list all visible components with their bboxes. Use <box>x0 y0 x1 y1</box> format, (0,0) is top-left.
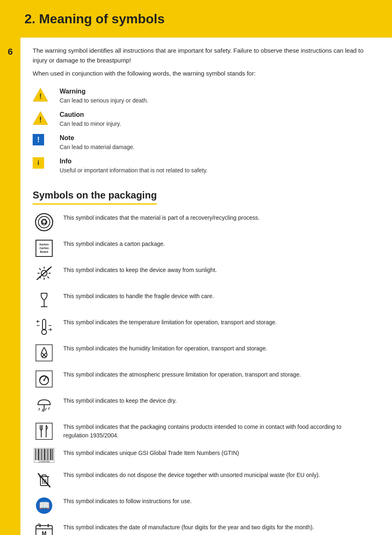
pkg-row-manufacture-date: M This symbol indicates the date of manu… <box>33 522 368 535</box>
svg-rect-52 <box>35 449 36 460</box>
svg-rect-63 <box>52 449 53 460</box>
gtin-icon: 1234567890 <box>33 448 55 463</box>
svg-rect-47 <box>36 423 52 439</box>
manufacture-date-icon: M <box>33 522 55 535</box>
pkg-row-carton: Karton Carton Board This symbol indicate… <box>33 238 368 258</box>
recycling-icon: ♻ <box>33 213 55 232</box>
carton-icon: Karton Carton Board <box>33 239 55 258</box>
pkg-text-temperature: This symbol indicates the temperature li… <box>63 317 277 327</box>
caution-desc: Can lead to minor injury. <box>60 120 121 128</box>
pkg-text-no-dispose: This symbol indicates do not dispose the… <box>63 469 320 479</box>
pkg-text-manufacture-date: This symbol indicates the date of manufa… <box>63 522 314 532</box>
pkg-text-fragile: This symbol indicates to handle the frag… <box>63 290 214 301</box>
pkg-text-pressure: This symbol indicates the atmospheric pr… <box>63 369 301 379</box>
svg-line-43 <box>39 408 40 410</box>
svg-rect-24 <box>42 319 46 330</box>
svg-line-46 <box>49 407 49 410</box>
pkg-text-gtin: This symbol indicates unique GSI Global … <box>63 447 239 457</box>
svg-rect-60 <box>47 449 48 460</box>
svg-line-17 <box>39 268 41 270</box>
follow-instructions-pkg-icon: 📖 <box>33 496 55 515</box>
pkg-row-food-contact: This symbol indicates that the packaging… <box>33 421 368 441</box>
svg-rect-58 <box>44 449 45 460</box>
pkg-text-food-contact: This symbol indicates that the packaging… <box>63 421 357 440</box>
main-content: The warning symbol identifies all instru… <box>20 38 392 535</box>
svg-rect-54 <box>38 449 39 460</box>
note-desc: Can lead to material damage. <box>60 143 135 152</box>
pkg-row-pressure: This symbol indicates the atmospheric pr… <box>33 369 368 388</box>
warning-title: Warning <box>60 87 148 96</box>
caution-title: Caution <box>60 110 121 120</box>
header-bar: 2. Meaning of symbols <box>0 0 392 38</box>
keep-dry-icon <box>33 396 55 415</box>
warning-desc: Can lead to serious injury or death. <box>60 96 148 105</box>
svg-rect-55 <box>40 449 40 460</box>
content-area: 6 The warning symbol identifies all inst… <box>0 38 392 535</box>
pkg-row-fragile: This symbol indicates to handle the frag… <box>33 290 368 310</box>
food-contact-icon <box>33 422 55 441</box>
svg-rect-61 <box>49 449 49 460</box>
svg-line-45 <box>45 408 46 410</box>
intro-text-2: When used in conjunction with the follow… <box>33 69 368 78</box>
sunlight-icon <box>33 265 55 284</box>
info-row: i Info Useful or important information t… <box>33 156 368 175</box>
temperature-icon <box>33 317 55 336</box>
note-text-block: Note Can lead to material damage. <box>60 133 135 152</box>
svg-rect-56 <box>41 449 42 460</box>
pkg-row-no-dispose: This symbol indicates do not dispose the… <box>33 469 368 489</box>
pkg-row-humidity: This symbol indicates the humidity limit… <box>33 343 368 362</box>
info-icon: i <box>33 157 52 169</box>
svg-rect-59 <box>46 449 47 460</box>
pkg-text-keep-dry: This symbol indicates to keep the device… <box>63 395 177 405</box>
svg-line-44 <box>42 409 43 411</box>
note-row: ! Note Can lead to material damage. <box>33 133 368 152</box>
pkg-row-follow-instructions: 📖 This symbol indicates to follow instru… <box>33 495 368 515</box>
svg-line-73 <box>38 473 50 487</box>
page: 2. Meaning of symbols 6 The warning symb… <box>0 0 392 535</box>
svg-rect-57 <box>43 449 43 460</box>
info-title: Info <box>60 156 207 166</box>
packaging-section-heading: Symbols on the packaging <box>33 188 157 205</box>
pkg-row-recycling: ♻ This symbol indicates that the materia… <box>33 212 368 232</box>
info-desc: Useful or important information that is … <box>60 166 207 175</box>
pkg-row-keep-dry: This symbol indicates to keep the device… <box>33 395 368 415</box>
info-text-block: Info Useful or important information tha… <box>60 156 207 175</box>
intro-text-1: The warning symbol identifies all instru… <box>33 46 368 65</box>
no-dispose-icon <box>33 470 55 489</box>
warning-text-block: Warning Can lead to serious injury or de… <box>60 87 148 105</box>
page-title: 2. Meaning of symbols <box>24 9 368 29</box>
svg-text:M: M <box>42 530 47 535</box>
page-number: 6 <box>0 38 20 535</box>
pkg-row-gtin: 1234567890 This symbol indicates unique … <box>33 447 368 463</box>
note-blue-square: ! <box>33 134 44 145</box>
svg-rect-62 <box>50 449 51 460</box>
pkg-row-temperature: This symbol indicates the temperature li… <box>33 317 368 336</box>
svg-text:1234567890: 1234567890 <box>38 460 50 463</box>
svg-text:!: ! <box>39 92 42 100</box>
pkg-text-sunlight: This symbol indicates to keep the device… <box>63 264 217 274</box>
svg-text:📖: 📖 <box>38 500 50 511</box>
svg-text:Carton: Carton <box>39 247 49 250</box>
warning-icon: ! <box>33 87 52 105</box>
svg-line-18 <box>47 276 49 278</box>
pkg-row-sunlight: This symbol indicates to keep the device… <box>33 264 368 284</box>
pressure-icon <box>33 370 55 388</box>
caution-row: ! Caution Can lead to minor injury. <box>33 110 368 128</box>
caution-icon: ! <box>33 111 52 128</box>
svg-rect-53 <box>37 449 37 460</box>
pkg-text-carton: This symbol indicates a carton package. <box>63 238 165 248</box>
fragile-icon <box>33 291 55 310</box>
svg-point-41 <box>43 379 45 381</box>
info-yellow-square: i <box>33 157 44 169</box>
humidity-icon <box>33 343 55 362</box>
svg-text:Karton: Karton <box>39 243 49 246</box>
pkg-text-humidity: This symbol indicates the humidity limit… <box>63 343 267 353</box>
svg-text:Board: Board <box>40 250 48 253</box>
svg-text:♻: ♻ <box>40 217 48 226</box>
caution-text-block: Caution Can lead to minor injury. <box>60 110 121 128</box>
warning-row: ! Warning Can lead to serious injury or … <box>33 87 368 105</box>
note-icon: ! <box>33 134 52 145</box>
pkg-text-recycling: This symbol indicates that the material … <box>63 212 260 222</box>
pkg-text-follow-instructions: This symbol indicates to follow instruct… <box>63 495 192 506</box>
note-title: Note <box>60 133 135 143</box>
